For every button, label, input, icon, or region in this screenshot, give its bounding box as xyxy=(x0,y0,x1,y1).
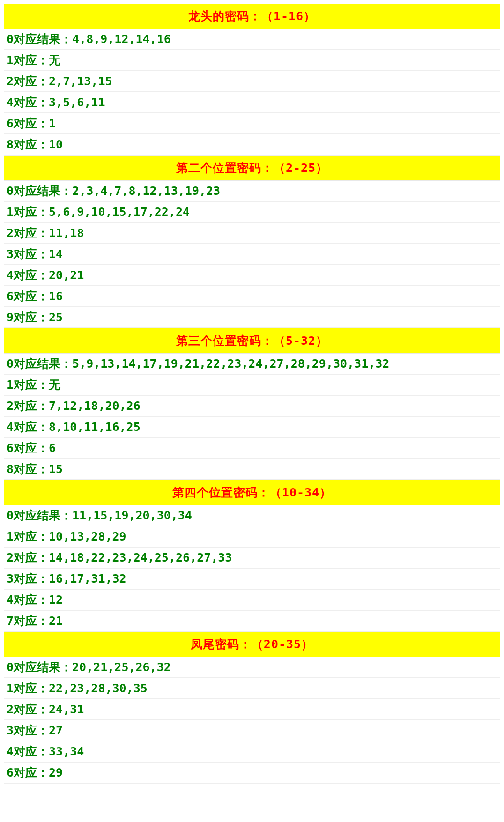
data-row: 0对应结果：20,21,25,26,32 xyxy=(4,657,500,678)
section-header-5: 凤尾密码：（20-35） xyxy=(4,632,500,657)
data-row: 8对应：10 xyxy=(4,134,500,156)
data-row: 3对应：16,17,31,32 xyxy=(4,569,500,590)
data-row: 6对应：29 xyxy=(4,763,500,784)
data-row: 2对应：14,18,22,23,24,25,26,27,33 xyxy=(4,548,500,569)
data-row: 1对应：5,6,9,10,15,17,22,24 xyxy=(4,202,500,223)
data-row: 2对应：24,31 xyxy=(4,699,500,720)
data-row: 4对应：20,21 xyxy=(4,265,500,286)
data-row: 2对应：2,7,13,15 xyxy=(4,71,500,92)
data-row: 1对应：10,13,28,29 xyxy=(4,526,500,548)
data-row: 1对应：无 xyxy=(4,50,500,71)
data-row: 2对应：7,12,18,20,26 xyxy=(4,396,500,417)
data-row: 0对应结果：2,3,4,7,8,12,13,19,23 xyxy=(4,181,500,202)
data-row: 9对应：25 xyxy=(4,307,500,328)
data-row: 4对应：8,10,11,16,25 xyxy=(4,417,500,438)
data-row: 1对应：22,23,28,30,35 xyxy=(4,678,500,699)
data-row: 0对应结果：11,15,19,20,30,34 xyxy=(4,505,500,526)
data-row: 3对应：14 xyxy=(4,244,500,265)
main-container: 龙头的密码：（1-16） 0对应结果：4,8,9,12,14,16 1对应：无 … xyxy=(0,0,504,787)
data-row: 6对应：1 xyxy=(4,113,500,134)
data-row: 1对应：无 xyxy=(4,375,500,396)
data-row: 7对应：21 xyxy=(4,611,500,632)
section-header-3: 第三个位置密码：（5-32） xyxy=(4,328,500,354)
data-row: 8对应：15 xyxy=(4,459,500,480)
data-row: 0对应结果：4,8,9,12,14,16 xyxy=(4,29,500,50)
data-row: 0对应结果：5,9,13,14,17,19,21,22,23,24,27,28,… xyxy=(4,354,500,375)
data-row: 4对应：12 xyxy=(4,590,500,611)
data-row: 2对应：11,18 xyxy=(4,223,500,244)
section-header-1: 龙头的密码：（1-16） xyxy=(4,4,500,29)
section-header-2: 第二个位置密码：（2-25） xyxy=(4,156,500,181)
data-row: 4对应：3,5,6,11 xyxy=(4,92,500,113)
data-row: 6对应：16 xyxy=(4,286,500,307)
section-header-4: 第四个位置密码：（10-34） xyxy=(4,480,500,505)
data-row: 6对应：6 xyxy=(4,438,500,459)
data-row: 4对应：33,34 xyxy=(4,741,500,763)
data-row: 3对应：27 xyxy=(4,720,500,741)
